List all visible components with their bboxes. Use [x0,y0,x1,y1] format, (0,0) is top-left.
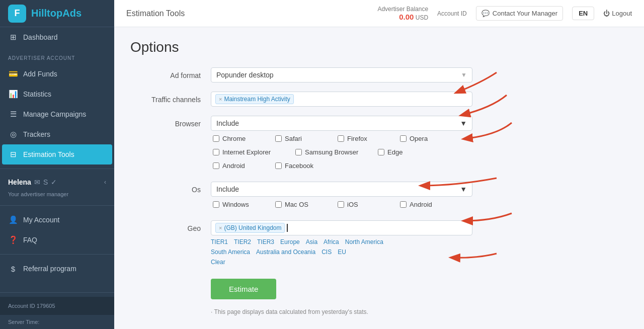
os-chevron: ▼ [460,185,467,193]
balance-label: Advertiser Balance [377,6,428,13]
skype-icon[interactable]: S [43,178,48,186]
sidebar-label-statistics: Statistics [23,90,51,98]
checkbox-firefox-input[interactable] [338,135,344,142]
trackers-icon: ◎ [8,129,18,139]
checkbox-chrome[interactable]: Chrome [213,135,273,142]
tag-remove-icon[interactable]: × [219,96,222,102]
estimate-control: Estimate [211,275,472,299]
manage-campaigns-icon: ☰ [8,109,18,119]
geo-link-asia[interactable]: Asia [306,238,317,245]
checkbox-windows-input[interactable] [213,201,219,208]
os-checkboxes: Windows Mac OS iOS Android [211,201,472,211]
language-button[interactable]: EN [572,7,594,20]
checkbox-macos[interactable]: Mac OS [275,201,336,208]
checkbox-android-os-input[interactable] [400,201,407,208]
collapse-button[interactable]: ‹ [104,179,106,186]
geo-link-africa[interactable]: Africa [324,238,339,245]
sidebar-item-trackers[interactable]: ◎ Trackers [0,124,114,144]
checkbox-chrome-input[interactable] [213,135,219,142]
os-row: Os Include ▼ Windows Mac OS iOS Android [130,182,628,211]
contact-manager-button[interactable]: 💬 Contact Your Manager [476,6,563,21]
checkbox-facebook[interactable]: Facebook [275,162,336,170]
geo-tag-remove-icon[interactable]: × [219,225,222,231]
checkbox-samsung[interactable]: Samsung Browser [295,148,376,156]
traffic-channels-input[interactable]: × Mainstream High Activity [211,92,472,107]
checkbox-android-browser-input[interactable] [213,162,219,169]
manager-section: Helena ✉ S ✓ ‹ [0,173,114,191]
geo-tag-input[interactable]: × (GB) United Kingdom [211,220,472,235]
browser-label: Browser [130,116,211,128]
checkbox-edge[interactable]: Edge [378,148,438,156]
checkbox-macos-input[interactable] [275,201,282,208]
estimate-button[interactable]: Estimate [211,279,276,299]
checkbox-android-os[interactable]: Android [400,201,460,208]
os-include-select[interactable]: Include ▼ [211,182,472,197]
checkbox-facebook-input[interactable] [275,162,282,169]
checkbox-opera[interactable]: Opera [400,135,460,142]
manager-role: Your advertiser manager [0,191,114,201]
main-wrapper: Estimation Tools Advertiser Balance 0.00… [114,0,644,329]
browser-include-label: Include [216,119,239,127]
browser-include-select[interactable]: Include ▼ [211,116,472,131]
geo-link-south-america[interactable]: South America [211,249,250,256]
os-label: Os [130,182,211,194]
referral-icon: $ [8,264,18,274]
traffic-channels-control: × Mainstream High Activity [211,92,472,107]
sidebar-section-advertiser: ADVERTISER ACCOUNT [0,47,114,64]
geo-clear-link[interactable]: Clear [211,259,225,266]
contact-manager-label: Contact Your Manager [493,10,557,17]
sidebar-item-add-funds[interactable]: 💳 Add Funds [0,64,114,84]
checkbox-android-browser[interactable]: Android [213,162,273,170]
checkbox-firefox[interactable]: Firefox [338,135,398,142]
checkbox-edge-input[interactable] [378,149,384,155]
geo-link-eu[interactable]: EU [338,249,346,256]
sidebar-item-faq[interactable]: ❓ FAQ [0,230,114,250]
logo-brand-prefix: Hilltop [31,8,62,19]
sidebar-item-manage-campaigns[interactable]: ☰ Manage Campaigns [0,104,114,124]
logo-icon: F [8,5,26,23]
geo-cursor [287,224,288,232]
browser-row: Browser Include ▼ Chrome Safari Firefox … [130,116,628,173]
estimation-tools-icon: ⊟ [8,149,18,159]
sidebar-label-estimation-tools: Estimation Tools [23,150,74,158]
sidebar-divider-4 [0,292,114,293]
page-heading: Options [130,39,628,55]
geo-link-tier2[interactable]: TIER2 [234,238,251,245]
checkbox-windows[interactable]: Windows [213,201,273,208]
geo-link-australia[interactable]: Australia and Oceania [256,249,315,256]
ad-format-select[interactable]: Popunder desktop ▼ [211,67,472,83]
checkbox-ios[interactable]: iOS [338,201,398,208]
ad-format-chevron: ▼ [461,71,467,78]
logout-button[interactable]: ⏻ Logout [603,10,632,17]
sidebar: F HilltopAds ⊞ Dashboard ADVERTISER ACCO… [0,0,114,329]
logout-label: Logout [612,10,632,17]
sidebar-item-my-account[interactable]: 👤 My Account [0,210,114,230]
os-control: Include ▼ Windows Mac OS iOS Android [211,182,472,211]
checkbox-ie-input[interactable] [213,149,219,155]
my-account-icon: 👤 [8,215,18,225]
tag-label: Mainstream High Activity [224,96,290,103]
checkbox-safari[interactable]: Safari [275,135,336,142]
geo-link-tier1[interactable]: TIER1 [211,238,228,245]
geo-link-europe[interactable]: Europe [280,238,300,245]
geo-tag: × (GB) United Kingdom [215,223,285,233]
logo-text: HilltopAds [31,8,82,19]
checkbox-ios-input[interactable] [338,201,344,208]
sidebar-label-referral: Referral program [23,265,76,273]
ad-format-row: Ad format Popunder desktop ▼ [130,67,628,83]
email-icon[interactable]: ✉ [34,178,40,186]
sidebar-item-estimation-tools[interactable]: ⊟ Estimation Tools [2,144,112,164]
geo-link-tier3[interactable]: TIER3 [257,238,274,245]
ad-format-value: Popunder desktop [216,71,274,79]
checkbox-opera-input[interactable] [400,135,407,142]
sidebar-item-dashboard[interactable]: ⊞ Dashboard [0,27,114,47]
geo-link-north-america[interactable]: North America [345,238,383,245]
statistics-icon: 📊 [8,89,18,99]
checkbox-ie[interactable]: Internet Explorer [213,148,293,156]
geo-link-cis[interactable]: CIS [321,249,332,256]
topbar-right: Advertiser Balance 0.00 USD Account ID 💬… [377,6,632,21]
checkbox-samsung-input[interactable] [295,149,302,155]
sidebar-item-referral[interactable]: $ Referral program [0,259,114,279]
sidebar-item-statistics[interactable]: 📊 Statistics [0,84,114,104]
checkbox-safari-input[interactable] [275,135,282,142]
